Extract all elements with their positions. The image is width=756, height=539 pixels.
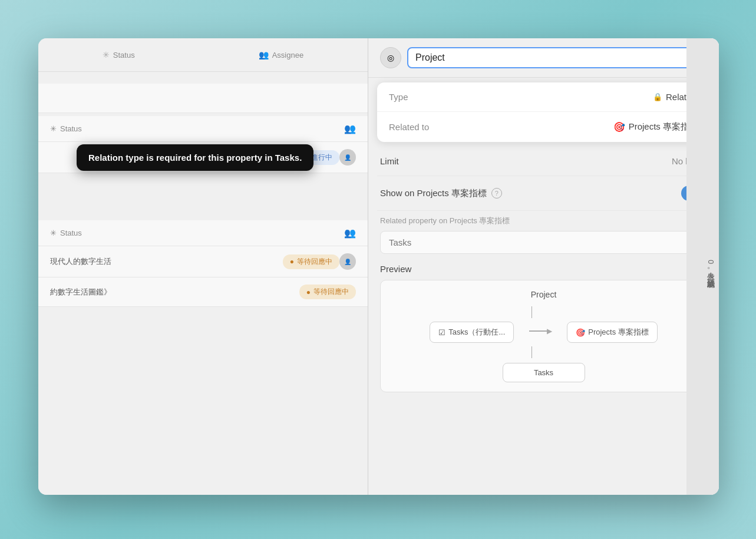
right-panel: ◎ Type 🔒 Relation Related to 🎯 Projects … [368, 38, 719, 495]
projects-node-text: Projects 專案指標 [588, 327, 649, 338]
avatar-img2: 👤 [344, 259, 351, 265]
left-panel: ✳ Status 👥 Assignee ✳ Status 👥 ● [38, 38, 368, 495]
dropdown-panel: Type 🔒 Relation Related to 🎯 Projects 專案… [377, 82, 710, 142]
preview-box: Project ☑ Tasks（行動任... [380, 280, 707, 392]
status-label3: Status [60, 229, 82, 237]
row-label-2: 約數字生活圖鑑》 [50, 287, 299, 297]
target-icon: ◎ [387, 53, 394, 62]
related-property-section: Related property on Projects 專案指標 [377, 211, 710, 257]
main-window: ✳ Status 👥 Assignee ✳ Status 👥 ● [38, 38, 719, 495]
assignee-icon2: 👥 [344, 123, 356, 134]
preview-section: Preview Project ☑ Tasks（行動 [368, 257, 719, 395]
type-row[interactable]: Type 🔒 Relation [377, 82, 710, 112]
assignee-col-header: 👥 Assignee [259, 50, 303, 59]
dot-icon-3: ● [306, 288, 311, 296]
limit-row[interactable]: Limit No limit › [377, 147, 710, 176]
tooltip-text: Relation type is required for this prope… [88, 153, 302, 163]
avatar: 👤 [339, 149, 356, 166]
spacer [38, 173, 368, 220]
target-icon-button[interactable]: ◎ [380, 47, 401, 68]
preview-node-projects: 🎯 Projects 專案指標 [567, 322, 658, 343]
tasks-node-icon: ☑ [438, 328, 445, 337]
row-label-1: 現代人的數字生活 [50, 256, 283, 267]
tooltip-box: Relation type is required for this prope… [77, 144, 313, 171]
status-header-row3: ✳ Status 👥 [38, 220, 368, 246]
type-label: Type [389, 92, 408, 102]
assignee-icon3: 👥 [344, 227, 356, 239]
status-label2: Status [60, 124, 82, 133]
right-top-bar: ◎ [368, 38, 719, 78]
avatar-img: 👤 [344, 154, 351, 161]
edge-text: 0 人身生。經示了能觸以 [705, 260, 716, 274]
assignee-icon: 👥 [259, 50, 269, 59]
status-badge-waiting2: ● 等待回應中 [299, 285, 356, 299]
status-text-waiting2: 等待回應中 [313, 287, 349, 297]
preview-node-tasks: ☑ Tasks（行動任... [430, 322, 514, 343]
related-to-row[interactable]: Related to 🎯 Projects 專案指標 [377, 112, 710, 142]
avatar2: 👤 [339, 253, 356, 270]
projects-node-icon: 🎯 [576, 328, 585, 337]
dot-icon-2: ● [290, 257, 294, 266]
assignee-col-label: Assignee [272, 51, 303, 59]
preview-label: Preview [380, 264, 707, 274]
show-on-label-group: Show on Projects 專案指標 ? [380, 188, 502, 199]
status-icon2: ✳ [50, 124, 57, 133]
status-col-label: Status [113, 51, 135, 59]
related-property-label: Related property on Projects 專案指標 [380, 216, 707, 226]
show-on-row: Show on Projects 專案指標 ? [377, 176, 710, 211]
status-badge-waiting1: ● 等待回應中 [283, 254, 339, 269]
tasks-input[interactable] [380, 231, 707, 254]
status-header-row: ✳ Status 👥 [38, 116, 368, 142]
table-row-waiting2[interactable]: 約數字生活圖鑑》 ● 等待回應中 [38, 277, 368, 307]
help-icon[interactable]: ? [491, 188, 502, 199]
tasks-node-text: Tasks（行動任... [448, 327, 505, 338]
right-edge: 0 人身生。經示了能觸以 [686, 38, 719, 495]
status-text-waiting1: 等待回應中 [297, 257, 332, 267]
preview-title: Project [390, 290, 697, 299]
table-row-waiting1[interactable]: 現代人的數字生活 ● 等待回應中 👤 [38, 246, 368, 277]
related-to-icon: 🎯 [613, 121, 625, 133]
status-icon3: ✳ [50, 229, 57, 237]
status-icon-group3: ✳ Status [50, 229, 82, 237]
related-to-label: Related to [389, 122, 429, 132]
status-text-in-progress: 進行中 [311, 153, 332, 163]
left-panel-header: ✳ Status 👥 Assignee [38, 38, 368, 72]
show-on-label: Show on Projects 專案指標 [380, 188, 487, 199]
lock-icon: 🔒 [653, 92, 662, 101]
status-col-header: ✳ Status [103, 50, 135, 59]
preview-bottom-node: Tasks [503, 363, 585, 382]
related-to-value-group: 🎯 Projects 專案指標 [613, 121, 698, 133]
status-icon: ✳ [103, 50, 110, 59]
bottom-label-text: Tasks [534, 368, 553, 377]
settings-area: Limit No limit › Show on Projects 專案指標 ?… [368, 147, 719, 257]
table-row [38, 84, 368, 113]
status-icon-group: ✳ Status [50, 124, 82, 133]
limit-label: Limit [380, 156, 399, 166]
property-name-input[interactable] [407, 47, 707, 68]
preview-diagram: ☑ Tasks（行動任... ▶ 🎯 Projects 專案指標 [390, 306, 697, 382]
